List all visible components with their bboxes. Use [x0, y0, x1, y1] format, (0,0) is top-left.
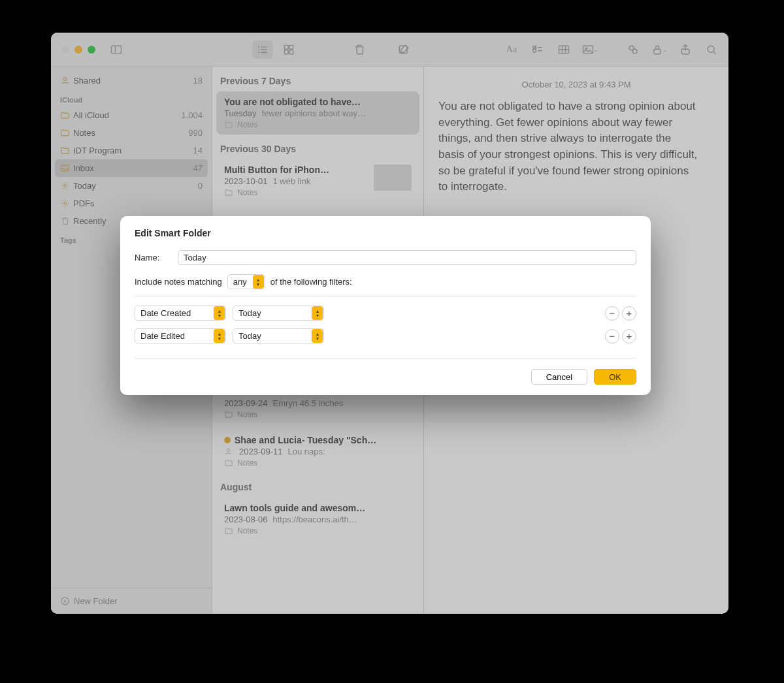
filter-field-select[interactable]: Date Created [135, 306, 226, 321]
filter-list: Date Created Today − + Date Edited Today [135, 296, 636, 358]
edit-smart-folder-dialog: Edit Smart Folder Name: Include notes ma… [120, 216, 651, 395]
match-text-pre: Include notes matching [135, 277, 222, 287]
filter-value-select[interactable]: Today [233, 306, 324, 321]
filter-value: Today [233, 331, 267, 341]
filter-value-select[interactable]: Today [233, 328, 324, 343]
add-filter-button[interactable]: + [622, 306, 636, 321]
smart-folder-name-input[interactable] [178, 250, 636, 265]
filter-field-select[interactable]: Date Edited [135, 328, 226, 343]
chevron-updown-icon [312, 329, 323, 343]
ok-button[interactable]: OK [594, 369, 636, 385]
match-mode-value: any [228, 277, 252, 287]
chevron-updown-icon [312, 306, 323, 320]
add-filter-button[interactable]: + [622, 329, 636, 343]
match-mode-select[interactable]: any [227, 274, 265, 289]
filter-row: Date Edited Today − + [135, 328, 636, 343]
chevron-updown-icon [214, 306, 225, 320]
match-text-post: of the following filters: [270, 277, 352, 287]
chevron-updown-icon [214, 329, 225, 343]
chevron-updown-icon [253, 275, 264, 289]
filter-field-value: Date Created [135, 308, 196, 318]
filter-value: Today [233, 308, 267, 318]
filter-row: Date Created Today − + [135, 306, 636, 321]
remove-filter-button[interactable]: − [605, 329, 619, 343]
dialog-title: Edit Smart Folder [135, 228, 636, 238]
remove-filter-button[interactable]: − [605, 306, 619, 321]
cancel-button[interactable]: Cancel [531, 369, 587, 385]
filter-field-value: Date Edited [135, 331, 190, 341]
name-label: Name: [135, 253, 171, 262]
